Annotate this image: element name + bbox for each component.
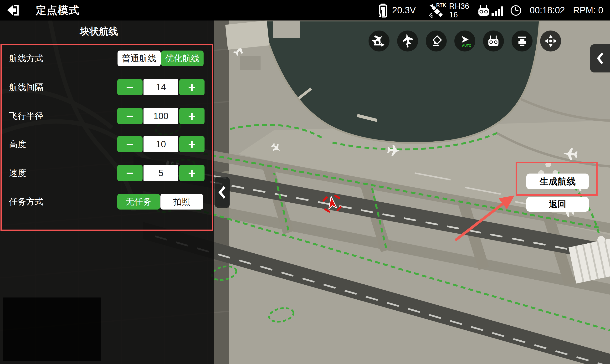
plane-altitude-icon [401, 34, 415, 48]
drone-ground-station-app: 定点模式 20.3V RTK [0, 0, 610, 364]
battery-voltage: 20.3V [392, 0, 416, 21]
pan-move-button[interactable] [540, 30, 561, 52]
route-mode-label: 航线方式 [9, 51, 43, 66]
route-mode-optimized-button[interactable]: 优化航线 [161, 51, 204, 66]
altitude-label: 高度 [9, 136, 26, 152]
remote-controller-toolbar-icon [487, 34, 500, 48]
remote-controller-button[interactable] [483, 30, 504, 52]
sidebar-expand-tab[interactable] [590, 44, 610, 72]
speed-label: 速度 [9, 165, 26, 181]
flight-time: 00:18:02 [530, 0, 565, 21]
generate-route-button[interactable]: 生成航线 [526, 173, 589, 189]
plane-altitude-button[interactable] [397, 30, 418, 52]
plane-landing-button[interactable] [369, 30, 389, 52]
eraser-icon [429, 34, 443, 48]
return-button[interactable]: 返回 [526, 197, 589, 212]
interval-value[interactable]: 14 [143, 79, 178, 95]
mission-photo-button[interactable]: 拍照 [160, 194, 203, 209]
speed-minus-button[interactable]: − [117, 165, 143, 181]
gimbal-button[interactable] [512, 30, 532, 52]
plane-landing-icon [372, 34, 386, 48]
rtk-status: RH36 16 [449, 2, 469, 19]
clock-icon [510, 5, 521, 16]
rpm-readout: RPM: 0 [573, 0, 603, 21]
chevron-left-icon [597, 52, 604, 65]
interval-plus-button[interactable]: + [179, 79, 205, 95]
flight-mode-label: 定点模式 [36, 0, 80, 21]
rtk-badge-text: RTK [436, 2, 446, 8]
interval-minus-button[interactable]: − [117, 79, 143, 95]
radius-plus-button[interactable]: + [179, 108, 205, 124]
panel-title: 块状航线 [0, 25, 198, 38]
speed-value[interactable]: 5 [143, 165, 178, 181]
mission-none-button[interactable]: 无任务 [117, 194, 160, 209]
back-button[interactable] [0, 0, 26, 21]
battery-icon [378, 3, 389, 18]
auto-navigation-icon: AUTO [457, 33, 472, 49]
altitude-plus-button[interactable]: + [179, 136, 205, 152]
altitude-minus-button[interactable]: − [117, 136, 143, 152]
altitude-value[interactable]: 10 [143, 136, 178, 152]
auto-label: AUTO [462, 44, 471, 47]
signal-bars-icon [492, 5, 504, 16]
drone-position-marker [320, 191, 344, 215]
video-feed-placeholder[interactable] [3, 298, 101, 361]
gimbal-icon [515, 34, 529, 48]
mission-mode-label: 任务方式 [9, 194, 43, 209]
radius-label: 飞行半径 [9, 108, 43, 124]
panel-collapse-tab[interactable] [215, 177, 230, 208]
interval-label: 航线间隔 [9, 79, 43, 95]
rtk-satellite-icon: RTK [428, 2, 447, 19]
radius-value[interactable]: 100 [143, 108, 178, 124]
pan-move-icon [543, 34, 558, 48]
route-mode-normal-button[interactable]: 普通航线 [117, 51, 161, 66]
radius-minus-button[interactable]: − [117, 108, 143, 124]
chevron-left-icon [218, 186, 226, 199]
speed-plus-button[interactable]: + [179, 165, 205, 181]
back-icon [6, 3, 21, 18]
remote-controller-icon [477, 4, 491, 17]
eraser-button[interactable] [426, 30, 447, 52]
auto-navigation-button[interactable]: AUTO [454, 30, 475, 52]
top-status-bar: 定点模式 20.3V RTK [0, 0, 610, 21]
